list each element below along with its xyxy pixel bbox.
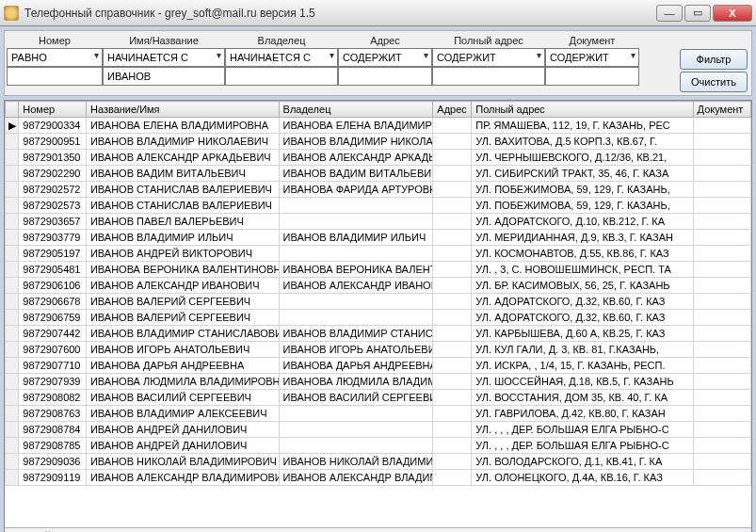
table-row[interactable]: 9872903657ИВАНОВ ПАВЕЛ ВАЛЕРЬЕВИЧУЛ. АДО… [6,214,751,230]
app-icon [4,6,19,21]
table-row[interactable]: 9872909119ИВАНОВ АЛЕКСАНДР ВЛАДИМИРОВИЧИ… [6,470,751,486]
cell-doc [693,406,750,422]
cell-owner: ИВАНОВА ЛЮДМИЛА ВЛАДИМ [279,374,433,390]
clear-button[interactable]: Очистить [680,72,748,92]
filter-op-paddr[interactable] [432,48,545,67]
row-pointer [6,134,19,150]
cell-addr [433,262,472,278]
table-row[interactable]: 9872906106ИВАНОВ АЛЕКСАНДР ИВАНОВИЧИВАНО… [6,278,751,294]
cell-addr [433,278,472,294]
cell-addr [433,246,472,262]
table-row[interactable]: 9872902290ИВАНОВ ВАДИМ ВИТАЛЬЕВИЧИВАНОВ … [6,166,751,182]
filter-op-owner[interactable] [225,48,338,67]
table-row[interactable]: 9872901350ИВАНОВ АЛЕКСАНДР АРКАДЬЕВИЧИВА… [6,150,751,166]
cell-addr [433,390,472,406]
table-row[interactable]: 9872907442ИВАНОВ ВЛАДИМИР СТАНИСЛАВОВИЧИ… [6,326,751,342]
cell-paddr: УЛ. ГАВРИЛОВА, Д.42, КВ.80, Г. КАЗАН [472,406,693,422]
row-pointer [6,358,19,374]
cell-name: ИВАНОВ ВЛАДИМИР НИКОЛАЕВИЧ [86,134,279,150]
cell-addr [433,406,472,422]
cell-paddr: УЛ. АДОРАТСКОГО, Д.10, КВ.212, Г. КА [472,214,693,230]
grid-scroll[interactable]: Номер Название/Имя Владелец Адрес Полный… [5,101,751,527]
window-title: Телефонный справочник - grey_soft@mail.r… [24,7,656,20]
cell-doc [693,358,750,374]
filter-val-addr[interactable] [338,67,432,86]
cell-name: ИВАНОВ ВЛАДИМИР АЛЕКСЕЕВИЧ [86,406,279,422]
filter-panel: Номер Имя/Название Владелец Адрес Полный… [4,30,752,96]
filter-val-name[interactable] [103,67,225,86]
table-row[interactable]: 9872907600ИВАНОВ ИГОРЬ АНАТОЛЬЕВИЧИВАНОВ… [6,342,751,358]
table-row[interactable]: 9872908763ИВАНОВ ВЛАДИМИР АЛЕКСЕЕВИЧУЛ. … [6,406,751,422]
table-row[interactable]: 9872909036ИВАНОВ НИКОЛАЙ ВЛАДИМИРОВИЧИВА… [6,454,751,470]
cell-paddr: УЛ. ОЛОНЕЦКОГО, Д.4А, КВ.16, Г. КАЗ [472,470,693,486]
filter-op-name[interactable] [103,48,225,67]
row-pointer [6,166,19,182]
filter-val-doc[interactable] [545,67,639,86]
col-paddr[interactable]: Полный адрес [472,102,693,118]
cell-addr [433,438,472,454]
table-row[interactable]: 9872905197ИВАНОВ АНДРЕЙ ВИКТОРОВИЧУЛ. КО… [6,246,751,262]
filter-val-owner[interactable] [225,67,338,86]
cell-name: ИВАНОВ ИГОРЬ АНАТОЛЬЕВИЧ [86,342,279,358]
cell-paddr: УЛ. ПОБЕЖИМОВА, 59, 129, Г. КАЗАНЬ, [472,198,693,214]
filter-op-number[interactable] [7,48,103,67]
cell-number: 9872906106 [19,278,87,294]
filter-op-addr[interactable] [338,48,432,67]
maximize-button[interactable]: ▭ [684,5,711,22]
table-row[interactable]: ▶9872900334ИВАНОВА ЕЛЕНА ВЛАДИМИРОВНАИВА… [6,118,751,134]
table-row[interactable]: 9872902572ИВАНОВ СТАНИСЛАВ ВАЛЕРИЕВИЧИВА… [6,182,751,198]
filter-label-owner: Владелец [225,35,338,46]
cell-paddr: УЛ. АДОРАТСКОГО, Д.32, КВ.60, Г. КАЗ [472,294,693,310]
cell-name: ИВАНОВ ВЛАДИМИР ИЛЬИЧ [86,230,279,246]
table-row[interactable]: 9872908784ИВАНОВ АНДРЕЙ ДАНИЛОВИЧУЛ. , ,… [6,422,751,438]
table-row[interactable]: 9872906678ИВАНОВ ВАЛЕРИЙ СЕРГЕЕВИЧУЛ. АД… [6,294,751,310]
table-row[interactable]: 9872902573ИВАНОВ СТАНИСЛАВ ВАЛЕРИЕВИЧУЛ.… [6,198,751,214]
col-number[interactable]: Номер [19,102,87,118]
cell-name: ИВАНОВ ВАСИЛИЙ СЕРГЕЕВИЧ [86,390,279,406]
minimize-button[interactable]: — [656,5,683,22]
row-pointer [6,342,19,358]
table-row[interactable]: 9872908082ИВАНОВ ВАСИЛИЙ СЕРГЕЕВИЧИВАНОВ… [6,390,751,406]
cell-addr [433,214,472,230]
cell-name: ИВАНОВ СТАНИСЛАВ ВАЛЕРИЕВИЧ [86,182,279,198]
cell-owner: ИВАНОВ ИГОРЬ АНАТОЛЬЕВИ [279,342,433,358]
filter-val-paddr[interactable] [432,67,545,86]
cell-name: ИВАНОВ СТАНИСЛАВ ВАЛЕРИЕВИЧ [86,198,279,214]
close-button[interactable]: X [713,5,752,22]
row-pointer [6,422,19,438]
table-row[interactable]: 9872907710ИВАНОВА ДАРЬЯ АНДРЕЕВНАИВАНОВА… [6,358,751,374]
cell-number: 9872905481 [19,262,87,278]
col-doc[interactable]: Документ [693,102,750,118]
row-pointer [6,230,19,246]
cell-owner: ИВАНОВ ВАСИЛИЙ СЕРГЕЕВИЧ [279,390,433,406]
table-row[interactable]: 9872908785ИВАНОВ АНДРЕЙ ДАНИЛОВИЧУЛ. , ,… [6,438,751,454]
row-pointer [6,262,19,278]
cell-paddr: УЛ. , , , ДЕР. БОЛЬШАЯ ЕЛГА РЫБНО-С [472,438,693,454]
cell-addr [433,230,472,246]
cell-doc [693,454,750,470]
cell-addr [433,422,472,438]
col-name[interactable]: Название/Имя [86,102,279,118]
cell-name: ИВАНОВ ПАВЕЛ ВАЛЕРЬЕВИЧ [86,214,279,230]
table-row[interactable]: 9872906759ИВАНОВ ВАЛЕРИЙ СЕРГЕЕВИЧУЛ. АД… [6,310,751,326]
table-row[interactable]: 9872903779ИВАНОВ ВЛАДИМИР ИЛЬИЧИВАНОВ ВЛ… [6,230,751,246]
cell-paddr: УЛ. СИБИРСКИЙ ТРАКТ, 35, 46, Г. КАЗА [472,166,693,182]
table-row[interactable]: 9872907939ИВАНОВА ЛЮДМИЛА ВЛАДИМИРОВНАИВ… [6,374,751,390]
grid-header-row: Номер Название/Имя Владелец Адрес Полный… [6,102,751,118]
col-addr[interactable]: Адрес [433,102,472,118]
cell-doc [693,118,750,134]
cell-addr [433,118,472,134]
cell-paddr: УЛ. , , , ДЕР. БОЛЬШАЯ ЕЛГА РЫБНО-С [472,422,693,438]
filter-button[interactable]: Фильтр [680,49,748,70]
cell-doc [693,326,750,342]
cell-owner: ИВАНОВА ФАРИДА АРТУРОВН [279,182,433,198]
cell-number: 9872900334 [19,118,87,134]
table-row[interactable]: 9872900951ИВАНОВ ВЛАДИМИР НИКОЛАЕВИЧИВАН… [6,134,751,150]
col-owner[interactable]: Владелец [279,102,433,118]
table-row[interactable]: 9872905481ИВАНОВА ВЕРОНИКА ВАЛЕНТИНОВНАИ… [6,262,751,278]
row-pointer [6,278,19,294]
filter-op-doc[interactable] [545,48,639,67]
filter-val-number[interactable] [7,67,103,86]
row-pointer [6,150,19,166]
cell-doc [693,438,750,454]
